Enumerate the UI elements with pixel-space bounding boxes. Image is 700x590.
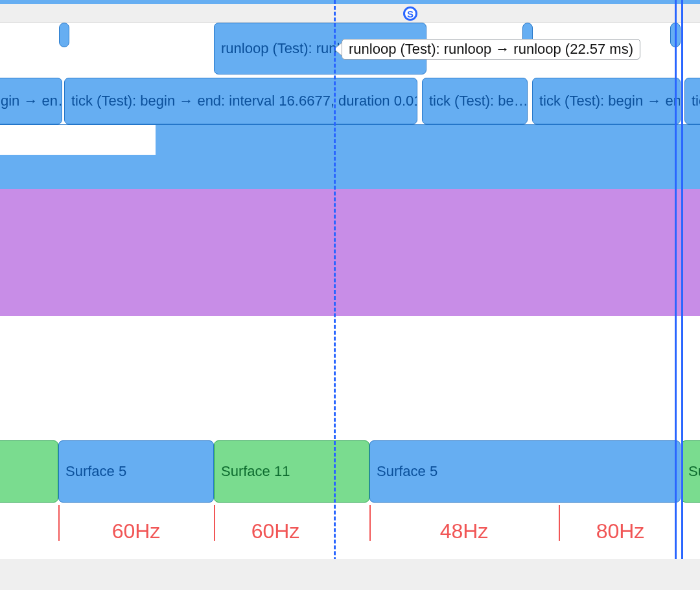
hz-value: 48Hz [440, 519, 489, 543]
s-marker-label: S [407, 8, 414, 19]
hz-label: 48Hz [369, 505, 559, 557]
trace-span-surface[interactable]: Surface 11 [214, 440, 369, 503]
tooltip: runloop (Test): runloop → runloop (22.57… [342, 39, 640, 60]
span-label: tick (Test): be… [429, 94, 528, 108]
trace-span-surface[interactable]: Su [681, 440, 700, 503]
trace-track-purple[interactable] [0, 189, 700, 316]
hz-value: 60Hz [251, 519, 300, 543]
hz-label: 60Hz [214, 505, 337, 557]
trace-span-tick[interactable]: tick (Test): begin → end: interval 16.66… [64, 78, 417, 124]
footer-bar [0, 559, 700, 590]
trace-span-surface[interactable]: Surface 5 [369, 440, 681, 503]
time-marker[interactable] [675, 0, 677, 590]
tooltip-text: runloop (Test): runloop → runloop (22.57… [349, 41, 633, 57]
time-marker[interactable] [681, 0, 683, 590]
trace-span-tick[interactable]: gin → en… [0, 78, 62, 124]
hz-ruler: 60Hz 60Hz 48Hz 80Hz [0, 505, 700, 557]
hz-label: 80Hz [559, 505, 682, 557]
trace-span-surface[interactable]: Surface 5 [58, 440, 214, 503]
trace-span-tick[interactable]: tick (Test): be… [422, 78, 528, 124]
trace-span-surface[interactable] [0, 440, 58, 503]
trace-span-tick[interactable]: tick (Test): begin → en… [532, 78, 681, 124]
trace-span-tick[interactable]: tic [684, 78, 700, 124]
hz-label: 60Hz [58, 505, 214, 557]
playhead[interactable] [334, 0, 336, 590]
span-label: tic [692, 94, 700, 108]
hz-value: 60Hz [112, 519, 161, 543]
span-label: Surface 5 [377, 464, 438, 479]
hz-value: 80Hz [596, 519, 645, 543]
span-label: tick (Test): begin → en… [539, 94, 681, 108]
s-marker-icon[interactable]: S [403, 6, 417, 21]
instant-event[interactable] [59, 23, 69, 47]
span-label: Surface 11 [221, 464, 290, 479]
span-label: Surface 5 [65, 464, 126, 479]
span-label: gin → en… [1, 94, 62, 108]
trace-gap [0, 125, 156, 155]
span-label: Su [688, 464, 700, 479]
span-label: tick (Test): begin → end: interval 16.66… [71, 94, 417, 108]
trace-canvas[interactable]: runloop (Test): runloop S runloop (Test)… [0, 0, 700, 590]
ruler-header [0, 4, 700, 23]
